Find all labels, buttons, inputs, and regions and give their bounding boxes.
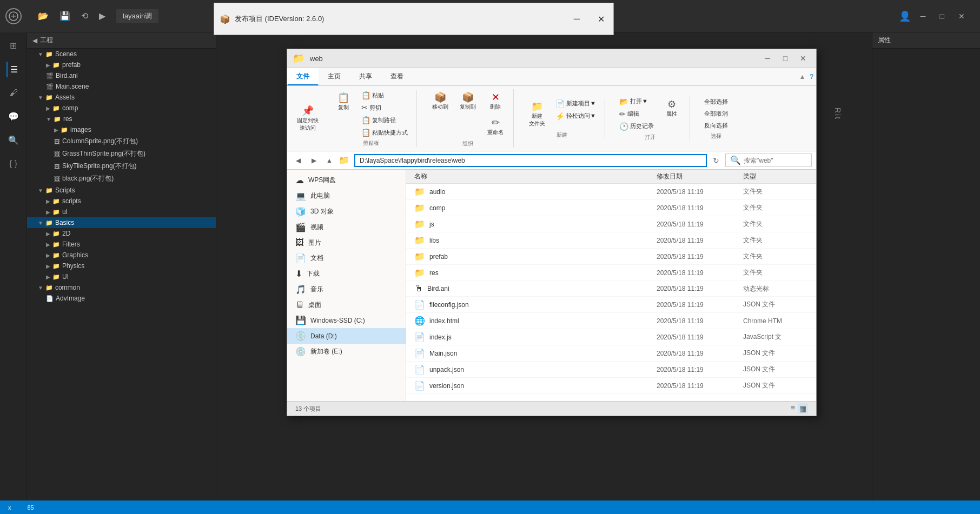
brush-icon[interactable]: 🖌 bbox=[6, 85, 21, 101]
refresh-button[interactable]: ↻ bbox=[710, 154, 723, 167]
fe-maximize-button[interactable]: □ bbox=[778, 53, 793, 64]
tree-item-bird-ani[interactable]: 🎬 Bird.ani bbox=[27, 70, 216, 81]
sidebar-item-windows-c[interactable]: 💾 Windows-SSD (C:) bbox=[287, 312, 406, 328]
file-row-audio[interactable]: 📁 audio 2020/5/18 11:19 文件夹 bbox=[406, 184, 816, 200]
tree-item-black-png[interactable]: 🖼 black.png(不打包) bbox=[27, 172, 216, 185]
file-row-version[interactable]: 📄 version.json 2020/5/18 11:19 JSON 文件 bbox=[406, 378, 816, 394]
easy-access-button[interactable]: ⚡ 轻松访问▼ bbox=[552, 111, 599, 122]
search-input[interactable] bbox=[744, 157, 809, 164]
tree-item-sky-sprite[interactable]: 🖼 SkyTileSprite.png(不打包) bbox=[27, 160, 216, 172]
help-button[interactable]: ? bbox=[810, 73, 813, 81]
nav-up-button[interactable]: ▲ bbox=[323, 154, 336, 167]
invert-button[interactable]: 反向选择 bbox=[701, 121, 731, 131]
sidebar-item-data-d[interactable]: 💿 Data (D:) bbox=[287, 328, 406, 344]
minimize-button[interactable]: ─ bbox=[916, 12, 930, 21]
tree-item-filters[interactable]: ▶ 📁 Filters bbox=[27, 239, 216, 250]
pub-close-button[interactable]: ✕ bbox=[589, 10, 613, 29]
tree-item-basics[interactable]: ▼ 📁 Basics bbox=[27, 217, 216, 228]
address-input[interactable] bbox=[354, 154, 707, 167]
properties-button[interactable]: ⚙ 属性 bbox=[660, 96, 684, 120]
col-name-header[interactable]: 名称 bbox=[414, 172, 657, 181]
fe-minimize-button[interactable]: ─ bbox=[760, 53, 775, 64]
file-row-res[interactable]: 📁 res 2020/5/18 11:19 文件夹 bbox=[406, 265, 816, 281]
detail-view-button[interactable]: ▦ bbox=[798, 403, 808, 414]
file-row-index-html[interactable]: 🌐 index.html 2020/5/18 11:19 Chrome HTM bbox=[406, 313, 816, 329]
tree-item-ui[interactable]: ▶ 📁 ui bbox=[27, 206, 216, 217]
new-item-button[interactable]: 📄 新建项目▼ bbox=[552, 98, 599, 109]
fe-tab-view[interactable]: 查看 bbox=[381, 68, 413, 85]
tree-item-scripts[interactable]: ▼ 📁 Scripts bbox=[27, 185, 216, 196]
sidebar-item-new-e[interactable]: 💿 新加卷 (E:) bbox=[287, 344, 406, 359]
file-row-bird-ani[interactable]: 🖱 Bird.ani 2020/5/18 11:19 动态光标 bbox=[406, 281, 816, 297]
tree-item-ui-item[interactable]: ▶ 📁 UI bbox=[27, 271, 216, 282]
list-view-button[interactable]: ≡ bbox=[791, 403, 795, 414]
sidebar-item-desktop[interactable]: 🖥 桌面 bbox=[287, 297, 406, 312]
paste-button[interactable]: 📋 粘贴 bbox=[358, 90, 411, 101]
tree-item-graphics[interactable]: ▶ 📁 Graphics bbox=[27, 250, 216, 261]
file-row-js[interactable]: 📁 js 2020/5/18 11:19 文件夹 bbox=[406, 216, 816, 232]
sidebar-item-this-pc[interactable]: 💻 此电脑 bbox=[287, 188, 406, 204]
tree-item-prefab[interactable]: ▶ 📁 prefab bbox=[27, 59, 216, 70]
code-icon[interactable]: { } bbox=[6, 156, 20, 171]
tree-item-grass-sprite[interactable]: 🖼 GrassThinSprite.png(不打包) bbox=[27, 148, 216, 160]
open-button[interactable]: 📂 打开▼ bbox=[616, 96, 657, 107]
move-to-button[interactable]: 📦 移动到 bbox=[428, 89, 453, 113]
back-icon[interactable]: ⟲ bbox=[81, 11, 88, 21]
paste-shortcut-button[interactable]: 📋 粘贴快捷方式 bbox=[358, 127, 411, 138]
arrow-left-icon[interactable]: ◀ bbox=[32, 37, 37, 44]
search-icon[interactable]: 🔍 bbox=[5, 132, 22, 148]
sidebar-item-documents[interactable]: 📄 文档 bbox=[287, 250, 406, 266]
sidebar-item-3d[interactable]: 🧊 3D 对象 bbox=[287, 204, 406, 219]
history-button[interactable]: 🕐 历史记录 bbox=[616, 121, 657, 132]
fe-tab-file[interactable]: 文件 bbox=[287, 68, 319, 85]
sidebar-item-video[interactable]: 🎬 视频 bbox=[287, 219, 406, 235]
sidebar-item-pictures[interactable]: 🖼 图片 bbox=[287, 235, 406, 250]
col-date-header[interactable]: 修改日期 bbox=[657, 172, 743, 181]
tree-item-physics[interactable]: ▶ 📁 Physics bbox=[27, 261, 216, 271]
tree-item-scripts-inner[interactable]: ▶ 📁 scripts bbox=[27, 196, 216, 206]
folder-open-icon[interactable]: 📂 bbox=[38, 11, 49, 21]
pin-button[interactable]: 📌 固定到快速访问 bbox=[293, 103, 323, 134]
tree-item-comp[interactable]: ▶ 📁 comp bbox=[27, 103, 216, 114]
col-type-header[interactable]: 类型 bbox=[743, 172, 808, 181]
ribbon-collapse-button[interactable]: ▲ bbox=[799, 73, 805, 81]
close-button[interactable]: ✕ bbox=[954, 12, 969, 21]
copy-button[interactable]: 📋 复制 bbox=[331, 90, 355, 114]
play-icon[interactable]: ▶ bbox=[99, 11, 105, 21]
select-none-button[interactable]: 全部取消 bbox=[701, 109, 731, 119]
tree-item-main-scene[interactable]: 🎬 Main.scene bbox=[27, 81, 216, 92]
tree-item-col-sprite[interactable]: 🖼 ColumnSprite.png(不打包) bbox=[27, 135, 216, 148]
nav-forward-button[interactable]: ▶ bbox=[307, 154, 320, 167]
select-all-button[interactable]: 全部选择 bbox=[701, 97, 731, 107]
new-folder-button[interactable]: 📁 新建文件夹 bbox=[525, 98, 549, 130]
copy-to-button[interactable]: 📦 复制到 bbox=[455, 89, 480, 113]
fe-tab-home[interactable]: 主页 bbox=[319, 68, 350, 85]
nav-back-button[interactable]: ◀ bbox=[292, 154, 304, 167]
grid-icon[interactable]: ⊞ bbox=[7, 38, 19, 54]
copy-path-button[interactable]: 📋 复制路径 bbox=[358, 115, 411, 125]
cut-button[interactable]: ✂ 剪切 bbox=[358, 102, 411, 113]
file-row-unpack[interactable]: 📄 unpack.json 2020/5/18 11:19 JSON 文件 bbox=[406, 362, 816, 378]
fe-tab-share[interactable]: 共享 bbox=[350, 68, 381, 85]
file-row-fileconfig[interactable]: 📄 fileconfig.json 2020/5/18 11:19 JSON 文… bbox=[406, 297, 816, 313]
file-row-comp[interactable]: 📁 comp 2020/5/18 11:19 文件夹 bbox=[406, 200, 816, 216]
tree-item-scenes[interactable]: ▼ 📁 Scenes bbox=[27, 49, 216, 59]
file-row-prefab[interactable]: 📁 prefab 2020/5/18 11:19 文件夹 bbox=[406, 249, 816, 265]
edit-button[interactable]: ✏ 编辑 bbox=[616, 109, 657, 119]
tree-item-2d[interactable]: ▶ 📁 2D bbox=[27, 228, 216, 239]
tree-item-res[interactable]: ▼ 📁 res bbox=[27, 114, 216, 124]
file-row-index-js[interactable]: 📄 index.js 2020/5/18 11:19 JavaScript 文 bbox=[406, 329, 816, 345]
tree-item-assets[interactable]: ▼ 📁 Assets bbox=[27, 92, 216, 103]
rename-button[interactable]: ✏ 重命名 bbox=[483, 115, 508, 138]
tree-item-images[interactable]: ▶ 📁 images bbox=[27, 124, 216, 135]
fe-close-button[interactable]: ✕ bbox=[796, 53, 811, 64]
sidebar-item-wps[interactable]: ☁ WPS网盘 bbox=[287, 172, 406, 188]
save-icon[interactable]: 💾 bbox=[59, 11, 70, 21]
hierarchy-icon[interactable]: ☰ bbox=[6, 62, 21, 77]
pub-minimize-button[interactable]: ─ bbox=[565, 10, 589, 29]
file-row-libs[interactable]: 📁 libs 2020/5/18 11:19 文件夹 bbox=[406, 232, 816, 249]
sidebar-item-downloads[interactable]: ⬇ 下载 bbox=[287, 266, 406, 282]
chat-icon[interactable]: 💬 bbox=[5, 109, 22, 124]
sidebar-item-music[interactable]: 🎵 音乐 bbox=[287, 282, 406, 297]
file-row-main-json[interactable]: 📄 Main.json 2020/5/18 11:19 JSON 文件 bbox=[406, 345, 816, 362]
